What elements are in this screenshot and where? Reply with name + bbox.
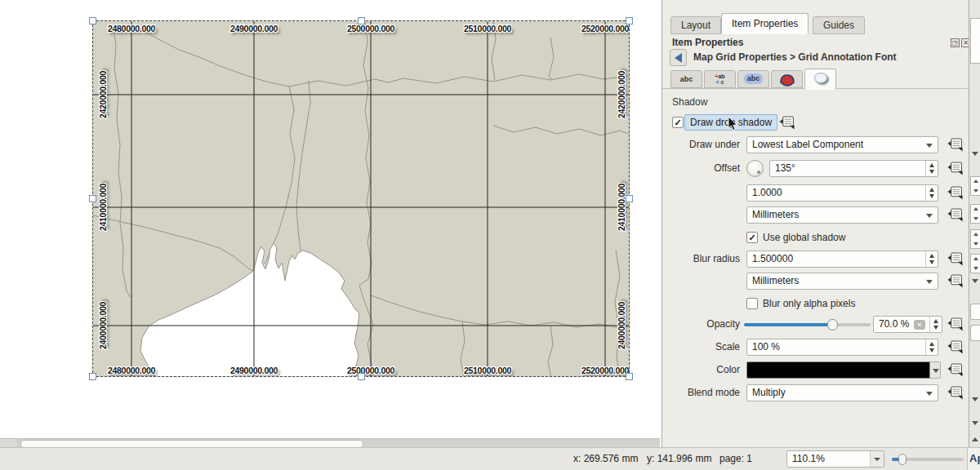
chevron-down-icon <box>972 152 978 156</box>
zoom-slider-handle[interactable] <box>898 454 906 465</box>
offset-dial[interactable] <box>746 160 764 177</box>
color-swatch-button[interactable] <box>746 361 930 379</box>
tab-formatted-numbers[interactable]: ++abab< c <box>704 70 736 88</box>
draw-under-value: Lowest Label Component <box>752 139 863 150</box>
blur-only-alpha-label: Blur only alpha pixels <box>763 297 855 311</box>
map-svg <box>93 21 630 377</box>
zoom-combo-dropdown[interactable] <box>870 451 884 467</box>
grid-annotation-x: 2480000.000 <box>108 366 155 375</box>
grid-annotation-x: 2490000.000 <box>230 366 278 375</box>
grid-annotation-y: 2420000.000 <box>617 71 626 118</box>
tab-background[interactable] <box>771 70 803 88</box>
layout-canvas[interactable]: 2480000.0002480000.0002490000.0002490000… <box>0 0 662 438</box>
blend-mode-value: Multiply <box>752 387 786 398</box>
selection-handle-bottom-left[interactable] <box>89 373 96 380</box>
blur-radius-spinbox[interactable]: 1.500000 <box>746 251 938 268</box>
selection-handle-top-left[interactable] <box>89 17 96 24</box>
spin-arrows-icon[interactable] <box>925 161 938 176</box>
tab-buffer[interactable]: abc <box>737 70 769 88</box>
offset-angle-value: 135° <box>775 162 795 174</box>
data-defined-override-icon[interactable] <box>947 186 964 200</box>
color-label: Color <box>662 361 740 379</box>
offset-distance-spinbox[interactable]: 1.0000 <box>746 184 938 202</box>
grid-annotation-x: 2520000.000 <box>581 24 629 33</box>
color-dropdown-button[interactable] <box>930 361 941 379</box>
chevron-down-icon <box>874 458 880 461</box>
grid-annotation-x: 2500000.000 <box>347 366 394 375</box>
grid-annotation-y: 2410000.000 <box>617 184 626 231</box>
tab-text-format[interactable]: abc <box>670 70 702 88</box>
scale-spinbox[interactable]: 100 % <box>746 339 938 356</box>
data-defined-override-icon[interactable] <box>947 252 964 266</box>
data-defined-override-icon[interactable] <box>947 317 964 331</box>
data-defined-override-icon[interactable] <box>778 116 796 130</box>
formatted-numbers-icon: ++abab< c <box>705 71 735 85</box>
data-defined-override-icon[interactable] <box>947 386 964 400</box>
tab-guides[interactable]: Guides <box>813 16 865 34</box>
blend-mode-row: Blend mode Multiply <box>662 384 969 402</box>
selection-handle-top-center[interactable] <box>358 17 365 24</box>
tab-item-properties[interactable]: Item Properties <box>721 13 808 34</box>
zoom-level-combo[interactable]: 110.1% <box>786 450 884 468</box>
offset-angle-spinbox[interactable]: 135° <box>769 160 938 177</box>
blur-units-combo[interactable]: Millimeters <box>746 273 938 290</box>
blend-mode-combo[interactable]: Multiply <box>746 384 938 401</box>
draw-under-row: Draw under Lowest Label Component <box>662 136 969 154</box>
offset-units-value: Millimeters <box>752 209 799 220</box>
grid-annotation-y: 2400000.000 <box>98 302 108 349</box>
back-button[interactable] <box>670 49 687 66</box>
chevron-down-icon <box>933 369 939 373</box>
grid-annotation-x: 2520000.000 <box>581 366 629 375</box>
chevron-down-icon <box>972 397 978 401</box>
offset-units-combo[interactable]: Millimeters <box>746 206 938 224</box>
data-defined-override-icon[interactable] <box>947 138 964 152</box>
blur-radius-value: 1.500000 <box>752 253 793 264</box>
draw-drop-shadow-checkbox[interactable]: ✓ <box>672 117 684 128</box>
opacity-slider[interactable] <box>744 323 871 326</box>
data-defined-override-icon[interactable] <box>947 208 964 222</box>
clear-value-icon[interactable]: × <box>914 320 925 330</box>
blur-only-alpha-checkbox[interactable] <box>746 298 758 309</box>
zoom-slider[interactable] <box>892 453 964 466</box>
mouse-cursor <box>728 116 738 131</box>
grid-annotation-y: 2400000.000 <box>617 302 626 349</box>
map-item[interactable]: 2480000.0002480000.0002490000.0002490000… <box>92 20 630 377</box>
opacity-slider-handle[interactable] <box>827 319 838 330</box>
clipped-apply-text: Ap <box>967 448 980 470</box>
item-properties-panel: Layout Item Properties Guides Item Prope… <box>662 0 969 447</box>
data-defined-override-icon[interactable] <box>947 340 964 354</box>
offset-label: Offset <box>662 160 740 177</box>
shadow-ellipse-icon <box>814 73 827 83</box>
chevron-down-icon <box>926 144 933 148</box>
use-global-shadow-checkbox[interactable]: ✓ <box>746 232 758 243</box>
shadow-section-label: Shadow <box>672 96 707 108</box>
selection-handle-bottom-right[interactable] <box>626 373 633 380</box>
status-bar: x: 269.576 mm y: 141.996 mm page: 1 110.… <box>0 447 980 470</box>
spin-arrows-icon[interactable] <box>929 317 942 332</box>
buffer-icon: abc <box>744 73 764 84</box>
opacity-spinbox[interactable]: 70.0 % × <box>873 316 942 333</box>
draw-under-combo[interactable]: Lowest Label Component <box>746 136 938 153</box>
grid-annotation-x: 2510000.000 <box>464 24 511 33</box>
opacity-label: Opacity <box>662 316 740 333</box>
qgis-layout-window: 2480000.0002480000.0002490000.0002490000… <box>0 0 980 470</box>
chevron-down-icon <box>926 392 933 396</box>
data-defined-override-icon[interactable] <box>947 363 964 377</box>
selection-handle-mid-right[interactable] <box>626 195 633 202</box>
data-defined-override-icon[interactable] <box>947 162 964 175</box>
grid-annotation-x: 2510000.000 <box>464 366 511 375</box>
float-panel-icon[interactable]: ◳ <box>951 38 960 47</box>
data-defined-override-icon[interactable] <box>947 274 964 288</box>
color-row: Color <box>662 361 969 379</box>
spin-arrows-icon[interactable] <box>925 251 938 267</box>
chevron-up-icon <box>972 437 978 441</box>
spin-arrows-icon[interactable] <box>925 339 938 355</box>
spin-arrows-icon[interactable] <box>925 185 938 201</box>
selection-handle-bottom-center[interactable] <box>358 373 365 380</box>
tab-shadow[interactable] <box>804 69 836 90</box>
tab-layout[interactable]: Layout <box>670 16 721 34</box>
scale-value: 100 % <box>752 341 780 352</box>
selection-handle-top-right[interactable] <box>626 17 633 24</box>
selection-handle-mid-left[interactable] <box>89 195 96 202</box>
page-readout: page: 1 <box>719 448 752 470</box>
